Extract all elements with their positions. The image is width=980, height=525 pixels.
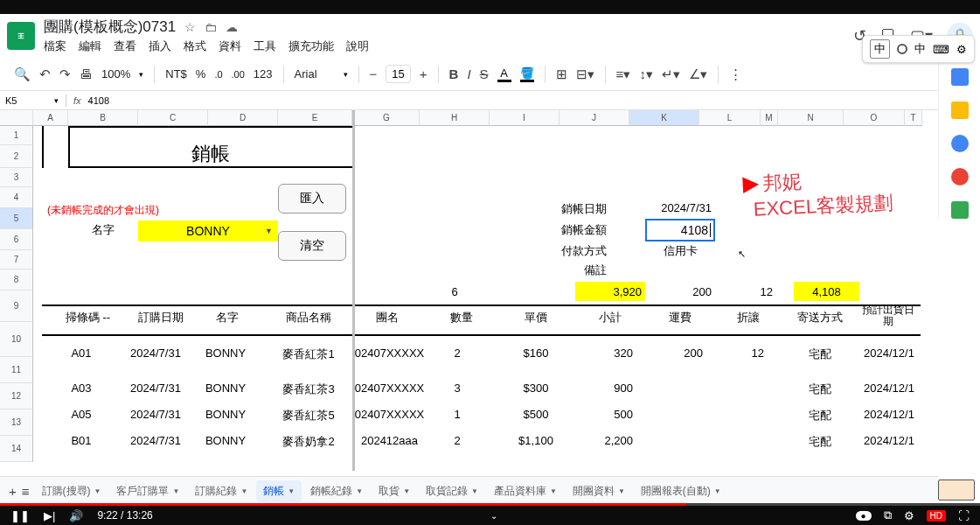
volume-icon[interactable]: 🔊 <box>69 509 83 522</box>
bold-btn[interactable]: B <box>449 66 459 81</box>
col-L[interactable]: L <box>699 110 761 126</box>
menu-insert[interactable]: 插入 <box>149 38 171 54</box>
keep-icon[interactable] <box>951 102 969 119</box>
select-all-corner[interactable] <box>0 110 33 126</box>
col-K[interactable]: K <box>629 110 699 126</box>
row-10[interactable]: 10 <box>0 322 33 357</box>
sheet-tab[interactable]: 產品資料庫▼ <box>487 480 564 502</box>
freeze-bar-v[interactable] <box>352 110 355 471</box>
row-3[interactable]: 3 <box>0 168 33 187</box>
percent-btn[interactable]: % <box>196 67 206 80</box>
halign-btn[interactable]: ≡▾ <box>616 66 631 82</box>
clear-button[interactable]: 清空 <box>278 231 346 261</box>
row-13[interactable]: 13 <box>0 410 33 436</box>
menu-help[interactable]: 說明 <box>346 38 369 54</box>
contacts-icon[interactable] <box>951 168 969 186</box>
row-2[interactable]: 2 <box>0 145 33 168</box>
sheets-logo-icon[interactable] <box>7 22 35 50</box>
row-8[interactable]: 8 <box>0 270 33 290</box>
settings-icon[interactable]: ⚙ <box>904 509 914 522</box>
row-12[interactable]: 12 <box>0 383 33 410</box>
sheet-tab[interactable]: 客戶訂購單▼ <box>109 480 186 502</box>
dec-inc-btn[interactable]: .00 <box>232 69 245 80</box>
col-A[interactable]: A <box>33 110 68 126</box>
star-icon[interactable]: ☆ <box>184 20 196 34</box>
sheet-tab[interactable]: 取貨▼ <box>372 480 417 502</box>
col-D[interactable]: D <box>208 110 278 126</box>
formula-input[interactable]: 4108 <box>88 95 109 106</box>
move-icon[interactable]: 🗀 <box>205 20 217 34</box>
menu-format[interactable]: 格式 <box>184 38 206 54</box>
font-size-inc[interactable]: + <box>420 66 427 81</box>
col-G[interactable]: G <box>354 110 420 126</box>
sheet-tab[interactable]: 訂購(搜尋)▼ <box>35 480 108 502</box>
tasks-icon[interactable] <box>951 135 969 152</box>
menu-tools[interactable]: 工具 <box>254 38 276 54</box>
sheet-tab[interactable]: 訂購紀錄▼ <box>188 480 254 502</box>
sheet-tab[interactable]: 銷帳紀錄▼ <box>303 480 370 502</box>
sheet-tab[interactable]: 開團報表(自動)▼ <box>634 480 728 502</box>
dec-dec-btn[interactable]: .0 <box>214 69 222 80</box>
col-E[interactable]: E <box>278 110 352 126</box>
next-icon[interactable]: ▶| <box>44 509 55 522</box>
ime-settings-icon[interactable]: ⚙ <box>956 43 967 56</box>
text-color-btn[interactable]: A <box>497 66 511 82</box>
cc-icon[interactable]: ⧉ <box>884 508 892 522</box>
ime-panel[interactable]: 中 中 ⌨ ⚙ <box>862 35 975 63</box>
lang-opt-1[interactable]: 中 <box>870 39 890 59</box>
row-7[interactable]: 7 <box>0 250 33 270</box>
row-1[interactable]: 1 <box>0 126 33 145</box>
col-M[interactable]: M <box>761 110 778 126</box>
font-family-select[interactable]: Arial <box>295 67 317 80</box>
print-icon[interactable]: 🖶 <box>80 66 93 81</box>
sheet-tab[interactable]: 銷帳▼ <box>256 480 302 502</box>
valign-btn[interactable]: ↕▾ <box>639 66 653 82</box>
spreadsheet-grid[interactable]: A B C D E G H I J K L M N O T 1234567891… <box>0 110 938 471</box>
menu-view[interactable]: 查看 <box>114 38 136 54</box>
num-format-btn[interactable]: 123 <box>254 67 273 80</box>
more-btn[interactable]: ⋮ <box>729 66 742 82</box>
undo-icon[interactable]: ↶ <box>39 66 51 82</box>
ime-keyboard-icon[interactable]: ⌨ <box>933 43 949 56</box>
doc-title[interactable]: 團購(模板概念)0731 <box>44 17 176 37</box>
cloud-icon[interactable]: ☁ <box>226 20 238 34</box>
name-dropdown[interactable]: BONNY▼ <box>138 220 278 242</box>
add-sheet-icon[interactable]: + <box>9 484 17 499</box>
ime-circle-icon[interactable] <box>897 44 907 54</box>
col-B[interactable]: B <box>68 110 138 126</box>
selected-cell-K5[interactable]: 4108 <box>645 219 715 242</box>
chapter-chevron-icon[interactable]: ⌄ <box>490 511 497 521</box>
sheet-tab[interactable]: 取貨記錄▼ <box>419 480 485 502</box>
autoplay-toggle[interactable]: ● <box>856 511 872 521</box>
col-C[interactable]: C <box>138 110 208 126</box>
merge-btn[interactable]: ⊟▾ <box>576 66 594 82</box>
col-N[interactable]: N <box>778 110 844 126</box>
maps-icon[interactable] <box>951 201 969 219</box>
row-14[interactable]: 14 <box>0 436 33 462</box>
rotate-btn[interactable]: ∠▾ <box>689 66 707 82</box>
pause-icon[interactable]: ❚❚ <box>10 509 30 522</box>
name-box[interactable] <box>5 95 47 106</box>
currency-btn[interactable]: NT$ <box>165 67 187 80</box>
import-button[interactable]: 匯入 <box>278 184 346 214</box>
fill-color-btn[interactable]: 🪣 <box>520 66 534 82</box>
font-size-input[interactable]: 15 <box>386 65 410 83</box>
row-5[interactable]: 5 <box>0 208 33 229</box>
all-sheets-icon[interactable]: ≡ <box>22 484 30 499</box>
font-size-dec[interactable]: − <box>370 66 378 81</box>
italic-btn[interactable]: I <box>467 66 470 81</box>
col-I[interactable]: I <box>490 110 560 126</box>
sheet-tab[interactable]: 開團資料▼ <box>566 480 632 502</box>
row-4[interactable]: 4 <box>0 187 33 208</box>
menu-edit[interactable]: 編輯 <box>79 38 101 54</box>
menu-extensions[interactable]: 擴充功能 <box>288 38 334 54</box>
row-11[interactable]: 11 <box>0 357 33 383</box>
menu-file[interactable]: 檔案 <box>44 38 66 54</box>
lang-opt-2[interactable]: 中 <box>914 41 926 57</box>
search-icon[interactable]: 🔍 <box>14 66 31 82</box>
row-6[interactable]: 6 <box>0 229 33 250</box>
col-O[interactable]: O <box>844 110 905 126</box>
col-H[interactable]: H <box>420 110 490 126</box>
fullscreen-icon[interactable]: ⛶ <box>958 509 970 522</box>
col-J[interactable]: J <box>560 110 629 126</box>
